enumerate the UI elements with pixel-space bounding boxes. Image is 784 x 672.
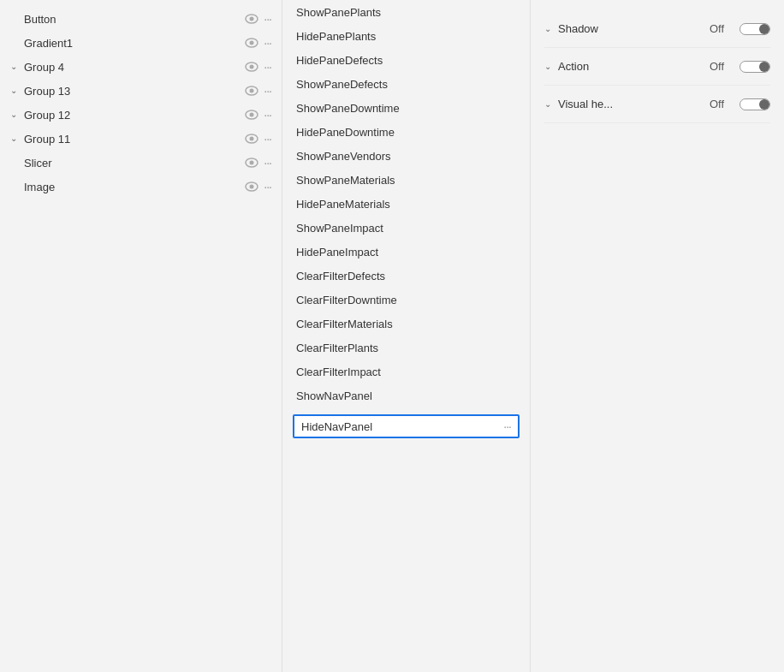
svg-point-3 (250, 41, 254, 45)
layer-name: Group 12 (24, 109, 245, 122)
svg-point-13 (250, 161, 254, 165)
property-value-action: Off (710, 60, 724, 73)
svg-point-7 (250, 89, 254, 93)
svg-point-11 (250, 137, 254, 141)
property-value-shadow: Off (710, 22, 724, 35)
property-chevron-visual-he[interactable]: ⌄ (544, 99, 551, 109)
layer-name: Image (24, 181, 245, 193)
middle-panel: ShowPanePlantsHidePanePlantsHidePaneDefe… (282, 0, 531, 672)
toggle-container-action: Off (710, 60, 770, 74)
eye-icon (245, 134, 258, 144)
action-item-hidepanedefects[interactable]: HidePaneDefects (282, 48, 530, 72)
action-item-shownavpanel[interactable]: ShowNavPanel (282, 384, 530, 407)
action-item-showpanevendors[interactable]: ShowPaneVendors (282, 144, 530, 168)
toggle-container-visual-he: Off (710, 98, 770, 111)
layer-item-image[interactable]: Image ··· (0, 175, 282, 199)
eye-icon (245, 14, 258, 24)
action-item-clearfilterdefects[interactable]: ClearFilterDefects (282, 264, 530, 288)
eye-icon (245, 62, 258, 72)
toggle-shadow[interactable] (739, 22, 770, 36)
action-item-hidepaneplants[interactable]: HidePanePlants (282, 24, 530, 48)
property-row-shadow: ⌄ Shadow Off (544, 10, 770, 48)
more-icon[interactable]: ··· (264, 84, 271, 98)
toggle-track-action (739, 61, 770, 73)
toggle-container-shadow: Off (710, 22, 770, 36)
layer-item-gradient1[interactable]: Gradient1 ··· (0, 31, 282, 55)
property-label-visual-he: Visual he... (558, 98, 710, 110)
svg-point-15 (250, 185, 254, 189)
more-icon[interactable]: ··· (264, 180, 271, 193)
left-panel: Button ···Gradient1 ···⌄Group 4 ···⌄Grou… (0, 0, 282, 672)
action-item-hidepanematerials[interactable]: HidePaneMaterials (282, 192, 530, 216)
eye-icon (245, 110, 258, 120)
eye-icon (245, 86, 258, 96)
toggle-thumb-shadow (759, 24, 769, 34)
property-chevron-shadow[interactable]: ⌄ (544, 24, 551, 33)
right-panel: ⌄ Shadow Off ⌄ Action Off (531, 0, 784, 672)
property-row-visual-he: ⌄ Visual he... Off (544, 86, 770, 123)
action-item-showpaneimpact[interactable]: ShowPaneImpact (282, 216, 530, 240)
more-icon[interactable]: ··· (264, 108, 271, 122)
input-dots-icon: ··· (503, 419, 511, 433)
action-item-showpanedefects[interactable]: ShowPaneDefects (282, 72, 530, 96)
layer-name: Group 4 (24, 61, 245, 74)
action-item-showpanedowntime[interactable]: ShowPaneDowntime (282, 96, 530, 120)
layer-item-slicer[interactable]: Slicer ··· (0, 151, 282, 175)
property-label-action: Action (558, 60, 710, 73)
more-icon[interactable]: ··· (264, 132, 271, 146)
more-icon[interactable]: ··· (264, 156, 271, 169)
more-icon[interactable]: ··· (264, 36, 271, 50)
svg-point-1 (250, 17, 254, 21)
property-value-visual-he: Off (710, 98, 724, 110)
layer-item-group12[interactable]: ⌄Group 12 ··· (0, 103, 282, 127)
chevron-icon: ⌄ (10, 134, 21, 144)
action-input-container: ··· (293, 414, 520, 438)
layer-item-group4[interactable]: ⌄Group 4 ··· (0, 55, 282, 79)
toggle-track-visual-he (739, 98, 770, 110)
action-item-clearfilterplants[interactable]: ClearFilterPlants (282, 336, 530, 360)
toggle-action[interactable] (739, 60, 770, 74)
action-input[interactable] (301, 420, 500, 433)
layer-name: Button (24, 13, 245, 26)
action-item-hidepaneimpact[interactable]: HidePaneImpact (282, 240, 530, 264)
toggle-thumb-action (759, 62, 769, 72)
action-item-showpaneplants[interactable]: ShowPanePlants (282, 0, 530, 24)
layer-item-group13[interactable]: ⌄Group 13 ··· (0, 79, 282, 103)
svg-point-5 (250, 65, 254, 69)
svg-point-9 (250, 113, 254, 117)
layer-name: Group 13 (24, 85, 245, 98)
eye-icon (245, 181, 258, 192)
action-item-clearfilterdowntime[interactable]: ClearFilterDowntime (282, 288, 530, 312)
toggle-thumb-visual-he (759, 99, 769, 110)
action-item-hidepanedowntime[interactable]: HidePaneDowntime (282, 120, 530, 144)
property-label-shadow: Shadow (558, 22, 710, 35)
eye-icon (245, 158, 258, 168)
chevron-icon: ⌄ (10, 86, 21, 96)
eye-icon (245, 38, 258, 48)
toggle-track-shadow (739, 23, 770, 35)
action-item-showpanematerials[interactable]: ShowPaneMaterials (282, 168, 530, 192)
property-row-action: ⌄ Action Off (544, 48, 770, 86)
property-chevron-action[interactable]: ⌄ (544, 62, 551, 71)
layer-name: Gradient1 (24, 37, 245, 50)
action-item-clearfilterimpact[interactable]: ClearFilterImpact (282, 360, 530, 384)
chevron-icon: ⌄ (10, 62, 21, 72)
action-item-clearfiltermaterials[interactable]: ClearFilterMaterials (282, 312, 530, 336)
layer-item-group11[interactable]: ⌄Group 11 ··· (0, 127, 282, 151)
chevron-icon: ⌄ (10, 110, 21, 120)
layer-name: Slicer (24, 157, 245, 169)
layer-name: Group 11 (24, 133, 245, 146)
layer-item-button[interactable]: Button ··· (0, 7, 282, 31)
more-icon[interactable]: ··· (264, 60, 271, 74)
more-icon[interactable]: ··· (264, 12, 271, 26)
toggle-visual-he[interactable] (739, 98, 770, 111)
